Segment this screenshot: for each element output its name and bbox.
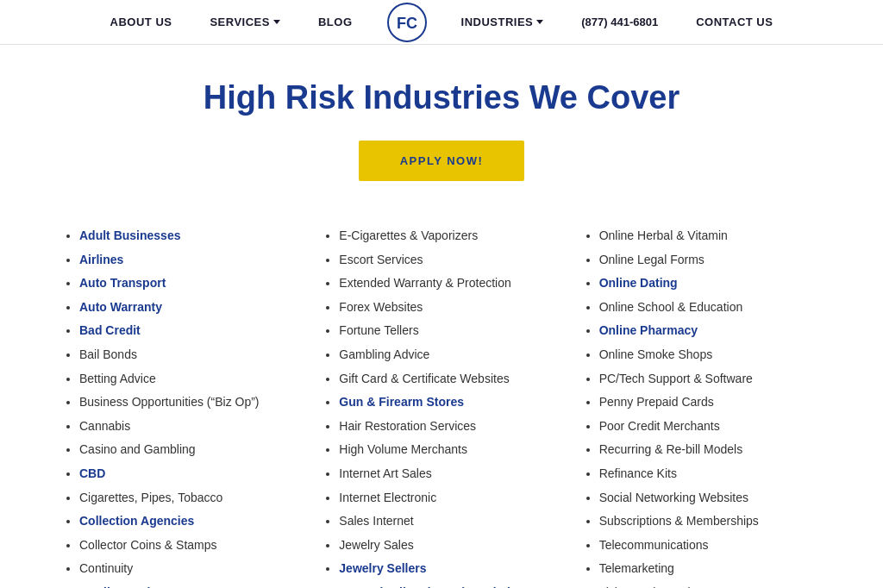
- list-item: Casino and Gambling: [79, 438, 303, 462]
- list-item: Ticket Broker Sales: [599, 581, 823, 588]
- industry-label: Online School & Education: [599, 300, 743, 314]
- list-item[interactable]: Credit Repair: [79, 581, 303, 588]
- list-item[interactable]: CBD: [79, 462, 303, 486]
- industry-label: Poor Credit Merchants: [599, 419, 720, 433]
- industry-label: Forex Websites: [339, 300, 423, 314]
- industries-section: Adult BusinessesAirlinesAuto TransportAu…: [0, 207, 883, 588]
- industry-label: Casino and Gambling: [79, 442, 196, 456]
- hero-section: High Risk Industries We Cover APPLY NOW!: [0, 45, 883, 207]
- list-item: Fortune Tellers: [339, 319, 562, 343]
- list-item[interactable]: Bad Credit: [79, 319, 303, 343]
- list-item: Gift Card & Certificate Websites: [339, 367, 562, 391]
- industry-link[interactable]: Jewelry Sellers: [339, 561, 426, 575]
- list-item: Refinance Kits: [599, 462, 823, 486]
- list-item[interactable]: Adult Businesses: [79, 224, 303, 248]
- list-item: Continuity: [79, 557, 303, 581]
- industry-label: Telemarketing: [599, 561, 674, 575]
- list-item[interactable]: Collection Agencies: [79, 510, 303, 534]
- list-item[interactable]: Auto Warranty: [79, 296, 303, 320]
- nav-services[interactable]: SERVICES: [191, 16, 299, 28]
- page-title: High Risk Industries We Cover: [17, 79, 866, 116]
- list-item[interactable]: Online Dating: [599, 272, 823, 296]
- industry-label: Escort Services: [339, 253, 423, 266]
- industry-label: Gift Card & Certificate Websites: [339, 372, 509, 385]
- nav-about-us[interactable]: ABOUT US: [91, 16, 191, 28]
- list-item: Online Herbal & Vitamin: [599, 224, 823, 248]
- apply-now-button[interactable]: APPLY NOW!: [359, 141, 525, 181]
- industry-link[interactable]: CBD: [79, 466, 105, 480]
- list-item: Forex Websites: [339, 296, 562, 320]
- industry-link[interactable]: Airlines: [79, 253, 123, 266]
- nav-industries[interactable]: INDUSTRIES: [442, 16, 563, 28]
- list-item: E-Cigarettes & Vaporizers: [339, 224, 562, 248]
- industry-link[interactable]: Online Pharmacy: [599, 323, 698, 337]
- list-item[interactable]: Gun & Firearm Stores: [339, 391, 562, 415]
- list-item: Online School & Education: [599, 296, 823, 320]
- industry-label: Refinance Kits: [599, 466, 677, 480]
- industry-label: Online Smoke Shops: [599, 347, 713, 361]
- column-1: Adult BusinessesAirlinesAuto TransportAu…: [52, 224, 311, 588]
- industry-link[interactable]: Online Dating: [599, 276, 678, 290]
- industry-label: High Volume Merchants: [339, 442, 467, 456]
- list-item: Cannabis: [79, 415, 303, 439]
- industry-label: Collector Coins & Stamps: [79, 538, 217, 552]
- industry-link[interactable]: Bad Credit: [79, 323, 141, 337]
- list-item: Cigarettes, Pipes, Tobacco: [79, 486, 303, 510]
- navbar: ABOUT US SERVICES BLOG FC INDUSTRIES (87…: [0, 0, 883, 45]
- column-3: Online Herbal & VitaminOnline Legal Form…: [572, 224, 831, 588]
- list-item: Online Legal Forms: [599, 248, 823, 272]
- list-item: Internet Electronic: [339, 486, 562, 510]
- svg-text:FC: FC: [397, 15, 417, 32]
- industry-label: Cannabis: [79, 419, 130, 433]
- nav-blog[interactable]: BLOG: [299, 16, 372, 28]
- list-item: Betting Advice: [79, 367, 303, 391]
- list-item[interactable]: Online Pharmacy: [599, 319, 823, 343]
- industry-label: Bail Bonds: [79, 347, 137, 361]
- list-item[interactable]: MOTO (Mail Order, Tele Order): [339, 581, 562, 588]
- industry-label: Continuity: [79, 561, 133, 575]
- industries-chevron-icon: [536, 20, 543, 24]
- column-2: E-Cigarettes & VaporizersEscort Services…: [311, 224, 571, 588]
- industry-label: Cigarettes, Pipes, Tobacco: [79, 491, 222, 504]
- industry-label: Subscriptions & Memberships: [599, 514, 759, 528]
- industry-label: Extended Warranty & Protection: [339, 276, 510, 290]
- industry-label: Recurring & Re-bill Models: [599, 442, 743, 456]
- industry-link[interactable]: Collection Agencies: [79, 514, 194, 528]
- industry-label: Online Legal Forms: [599, 253, 705, 266]
- list-item: Escort Services: [339, 248, 562, 272]
- list-item: Subscriptions & Memberships: [599, 510, 823, 534]
- list-item: Jewelry Sales: [339, 534, 562, 558]
- site-logo[interactable]: FC: [387, 3, 427, 42]
- list-item[interactable]: Auto Transport: [79, 272, 303, 296]
- list-item: Business Opportunities (“Biz Op”): [79, 391, 303, 415]
- list-item: Social Networking Websites: [599, 486, 823, 510]
- list-item: Online Smoke Shops: [599, 343, 823, 367]
- industry-label: Internet Art Sales: [339, 466, 431, 480]
- industry-label: Penny Prepaid Cards: [599, 395, 714, 409]
- list-item: Hair Restoration Services: [339, 415, 562, 439]
- list-item: Gambling Advice: [339, 343, 562, 367]
- nav-items: ABOUT US SERVICES BLOG FC INDUSTRIES (87…: [17, 3, 866, 42]
- industry-link[interactable]: Gun & Firearm Stores: [339, 395, 464, 409]
- list-item: Bail Bonds: [79, 343, 303, 367]
- list-item: Collector Coins & Stamps: [79, 534, 303, 558]
- list-item: Extended Warranty & Protection: [339, 272, 562, 296]
- list-item[interactable]: Airlines: [79, 248, 303, 272]
- services-chevron-icon: [273, 20, 280, 24]
- industry-link[interactable]: Adult Businesses: [79, 228, 180, 242]
- industry-label: Telecommunications: [599, 538, 709, 552]
- nav-phone[interactable]: (877) 441-6801: [562, 16, 677, 28]
- industry-label: Jewelry Sales: [339, 538, 413, 552]
- list-item: Penny Prepaid Cards: [599, 391, 823, 415]
- industry-label: Sales Internet: [339, 514, 413, 528]
- industry-label: Online Herbal & Vitamin: [599, 228, 728, 242]
- industry-label: E-Cigarettes & Vaporizers: [339, 228, 478, 242]
- list-item[interactable]: Jewelry Sellers: [339, 557, 562, 581]
- nav-contact-us[interactable]: CONTACT US: [677, 16, 792, 28]
- industry-link[interactable]: Auto Warranty: [79, 300, 162, 314]
- industry-label: PC/Tech Support & Software: [599, 372, 753, 385]
- list-item: Poor Credit Merchants: [599, 415, 823, 439]
- industry-label: Gambling Advice: [339, 347, 429, 361]
- industry-link[interactable]: Auto Transport: [79, 276, 166, 290]
- industry-label: Business Opportunities (“Biz Op”): [79, 395, 260, 409]
